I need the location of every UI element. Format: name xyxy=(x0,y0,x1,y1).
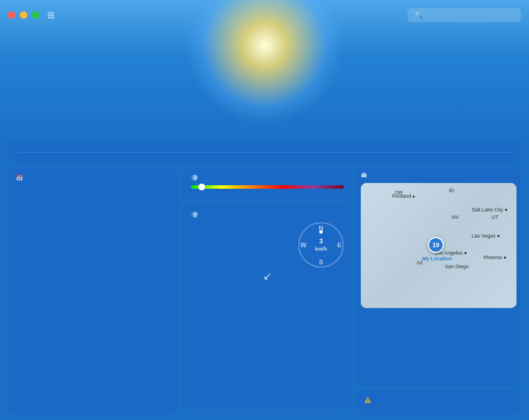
wind-card: 💨 xyxy=(183,205,352,410)
compass-circle: N S E W 3km/h xyxy=(298,222,344,268)
traffic-lights xyxy=(8,11,39,19)
titlebar: ⊞ 🔍 xyxy=(0,0,529,30)
compass-south: S xyxy=(319,259,323,265)
forecast-header: 📅 xyxy=(16,174,170,181)
right-panel: 🏔 Portland OR ID Salt Lake City ● NV UT … xyxy=(356,168,521,414)
air-quality-header: 💨 xyxy=(191,174,344,181)
hourly-strip xyxy=(8,142,521,163)
search-input[interactable] xyxy=(426,11,514,19)
map-city-salt-lake: Salt Lake City ● xyxy=(472,207,507,213)
aq-bar xyxy=(191,185,344,189)
alert-icon: ⚠️ xyxy=(364,397,372,403)
calendar-icon: 📅 xyxy=(16,174,23,181)
precipitation-map: Portland OR ID Salt Lake City ● NV UT La… xyxy=(361,183,516,308)
weather-alerts-card: ⚠️ xyxy=(356,390,521,414)
wind-icon: 💨 xyxy=(191,211,198,218)
my-location-pin: 19 xyxy=(428,237,444,253)
hero-section xyxy=(0,30,529,57)
maximize-button[interactable] xyxy=(32,11,39,19)
compass-west: W xyxy=(301,242,306,248)
weather-alerts-header: ⚠️ xyxy=(364,397,513,403)
map-city-las-vegas: Las Vegas ● xyxy=(472,233,500,239)
map-state-ut: UT xyxy=(491,214,498,220)
wind-compass: N S E W 3km/h xyxy=(298,222,344,268)
compass-arrow-icon: ↙ xyxy=(191,270,344,282)
map-state-id: ID xyxy=(449,188,454,193)
wind-direction-row xyxy=(191,229,293,232)
map-city-phoenix: Phoenix ● xyxy=(484,255,506,260)
map-state-nv: NV xyxy=(452,214,459,220)
low-high-temp xyxy=(0,47,529,57)
rain-icon: 🏔 xyxy=(361,172,367,178)
wind-content: N S E W 3km/h xyxy=(191,222,344,268)
wind-leaf-icon: 💨 xyxy=(191,174,198,181)
my-location-label: My Location xyxy=(422,256,452,261)
panels-row: 📅 💨 xyxy=(8,168,521,414)
center-panel: 💨 💨 xyxy=(183,168,352,414)
wind-data xyxy=(191,222,293,268)
compass-east: E xyxy=(338,242,341,248)
search-icon: 🔍 xyxy=(414,11,423,19)
hourly-summary xyxy=(17,148,512,153)
map-city-san-diego: San Diego xyxy=(445,264,469,269)
minimize-button[interactable] xyxy=(20,11,27,19)
compass-dot xyxy=(319,230,323,234)
precipitation-header: 🏔 xyxy=(361,172,516,178)
aq-indicator xyxy=(198,184,205,190)
sidebar-toggle-button[interactable]: ⊞ xyxy=(47,10,55,20)
map-state-or: OR xyxy=(395,190,403,196)
air-quality-card: 💨 xyxy=(183,168,352,200)
compass-center-label: 3km/h xyxy=(315,238,327,252)
left-panel: 📅 xyxy=(8,168,178,414)
search-bar[interactable]: 🔍 xyxy=(407,8,521,22)
wind-header: 💨 xyxy=(191,211,344,218)
forecast-card: 📅 xyxy=(8,168,178,414)
main-content: 📅 💨 xyxy=(0,136,529,420)
precipitation-card: 🏔 Portland OR ID Salt Lake City ● NV UT … xyxy=(356,168,521,385)
close-button[interactable] xyxy=(8,11,15,19)
